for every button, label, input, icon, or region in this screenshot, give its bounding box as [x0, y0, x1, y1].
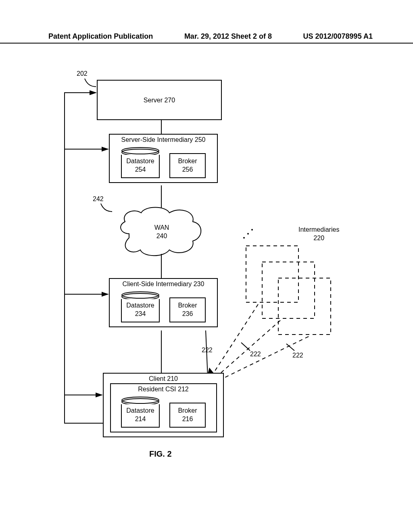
csi-datastore-label: Datastore 234: [121, 299, 160, 322]
client-box: Client 210 Resident CSI 212 Datastore 21…: [103, 373, 224, 437]
header-left: Patent Application Publication: [48, 32, 153, 41]
csi-title: Client-Side Intermediary 230: [110, 279, 217, 289]
wan-label: WAN 240: [148, 224, 176, 241]
svg-point-14: [122, 148, 159, 154]
svg-rect-4: [246, 246, 298, 302]
resident-csi-box: Resident CSI 212 Datastore 214 Broker 21…: [110, 383, 217, 432]
figure-caption: FIG. 2: [149, 449, 172, 459]
database-icon: [121, 147, 160, 155]
svg-line-12: [214, 337, 309, 383]
csi-datastore: Datastore 234: [121, 291, 160, 322]
ssi-broker: Broker 256: [169, 153, 206, 178]
ssi-datastore-label: Datastore 254: [121, 155, 160, 178]
intermediaries-stack: [246, 246, 331, 335]
client-datastore-label: Datastore 214: [121, 404, 160, 428]
header-center: Mar. 29, 2012 Sheet 2 of 8: [184, 32, 272, 41]
diagram-area: WAN 240 Server 270 Server-Side Intermedi…: [48, 64, 363, 476]
header-right: US 2012/0078995 A1: [303, 32, 373, 41]
client-datastore: Datastore 214: [121, 396, 160, 428]
svg-point-16: [122, 292, 159, 298]
csi-broker: Broker 236: [169, 297, 206, 322]
ref-242: 242: [93, 195, 104, 203]
svg-point-8: [247, 233, 249, 235]
ssi-datastore: Datastore 254: [121, 147, 160, 178]
ref-202: 202: [77, 70, 88, 77]
svg-line-11: [212, 320, 280, 381]
ref-222-a: 222: [202, 347, 213, 354]
svg-point-7: [243, 237, 245, 239]
page-header: Patent Application Publication Mar. 29, …: [0, 32, 413, 44]
ssi-title: Server-Side Intermediary 250: [110, 135, 217, 144]
client-broker: Broker 216: [169, 403, 206, 428]
svg-point-9: [251, 229, 253, 231]
svg-rect-5: [262, 262, 315, 318]
ref-222-b: 222: [250, 351, 261, 358]
server-title: Server 270: [98, 95, 221, 105]
csi-box: Client-Side Intermediary 230 Datastore 2…: [109, 278, 218, 327]
ssi-box: Server-Side Intermediary 250 Datastore 2…: [109, 134, 218, 183]
ref-222-c: 222: [292, 352, 303, 359]
resident-csi-title: Resident CSI 212: [111, 384, 216, 394]
database-icon: [121, 396, 160, 404]
intermediaries-label: Intermediaries 220: [298, 226, 339, 243]
server-box: Server 270: [97, 80, 222, 120]
client-title: Client 210: [104, 374, 223, 383]
svg-point-18: [122, 397, 159, 403]
svg-rect-6: [278, 278, 331, 335]
database-icon: [121, 291, 160, 299]
